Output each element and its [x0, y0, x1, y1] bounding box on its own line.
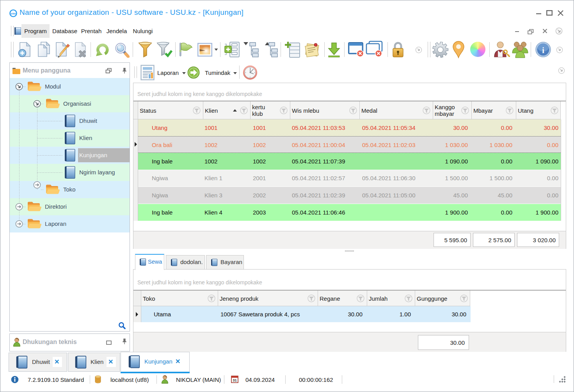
svg-text:31: 31 — [233, 378, 237, 382]
svg-text:i: i — [542, 46, 544, 55]
